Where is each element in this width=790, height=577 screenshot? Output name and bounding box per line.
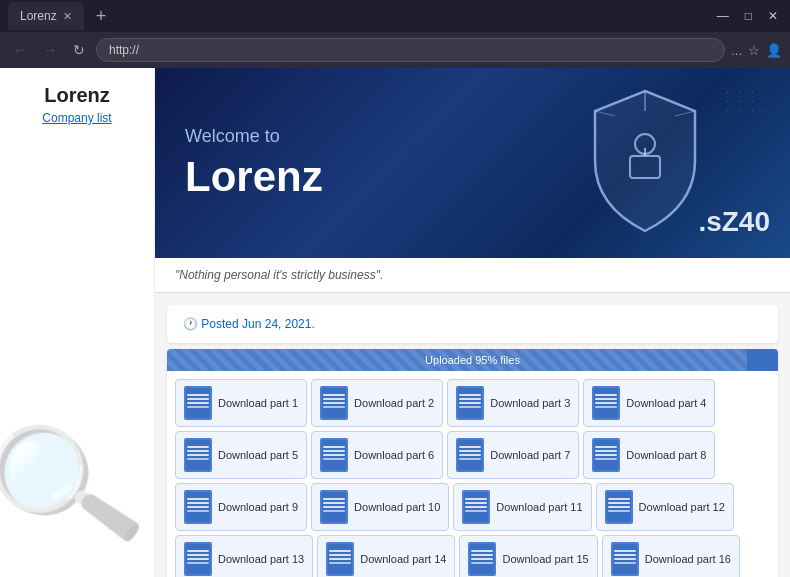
doc-icon [456,438,484,472]
company-list-link[interactable]: Company list [10,111,144,125]
download-label: Download part 11 [496,501,582,513]
hero-welcome: Welcome to [185,126,323,147]
nav-refresh-btn[interactable]: ↻ [68,40,90,60]
download-item[interactable]: Download part 9 [175,483,307,531]
download-label: Download part 16 [645,553,731,565]
download-label: Download part 14 [360,553,446,565]
doc-icon [468,542,496,576]
doc-icon-inner [322,440,346,470]
doc-icon-inner [607,492,631,522]
browser-tab[interactable]: Lorenz ✕ [8,2,84,30]
doc-icon-inner [613,544,637,574]
download-label: Download part 6 [354,449,434,461]
download-item[interactable]: Download part 6 [311,431,443,479]
download-grid: Download part 1 Download part 2 Download… [167,371,778,577]
download-label: Download part 10 [354,501,440,513]
tab-title: Lorenz [20,9,57,23]
doc-icon [592,438,620,472]
doc-icon-inner [186,440,210,470]
doc-icon-inner [322,492,346,522]
doc-icon [320,490,348,524]
quote-text: "Nothing personal it's strictly business… [175,268,383,282]
download-label: Download part 3 [490,397,570,409]
download-label: Download part 15 [502,553,588,565]
doc-icon [326,542,354,576]
info-card: 🕐 Posted Jun 24, 2021. [167,305,778,343]
maximize-btn[interactable]: □ [741,9,756,23]
download-label: Download part 5 [218,449,298,461]
doc-icon [456,386,484,420]
doc-icon [605,490,633,524]
download-item[interactable]: Download part 13 [175,535,313,577]
download-label: Download part 13 [218,553,304,565]
doc-icon [592,386,620,420]
minimize-btn[interactable]: — [713,9,733,23]
download-item[interactable]: Download part 11 [453,483,591,531]
download-label: Download part 8 [626,449,706,461]
bookmark-icon[interactable]: ☆ [748,43,760,58]
doc-icon-inner [464,492,488,522]
download-item[interactable]: Download part 2 [311,379,443,427]
title-bar: Lorenz ✕ + — □ ✕ [0,0,790,32]
download-item[interactable]: Download part 8 [583,431,715,479]
download-label: Download part 7 [490,449,570,461]
page-container: Lorenz Company list 🔍 Welcome to Lorenz [0,68,790,577]
doc-icon [320,386,348,420]
doc-icon-inner [458,440,482,470]
upload-progress-bar: Uploaded 95% files [167,349,778,371]
profile-icon[interactable]: 👤 [766,43,782,58]
progress-label: Uploaded 95% files [425,354,520,366]
browser-chrome: Lorenz ✕ + — □ ✕ ← → ↻ ... ☆ 👤 [0,0,790,68]
download-label: Download part 12 [639,501,725,513]
download-item[interactable]: Download part 14 [317,535,455,577]
tab-close-btn[interactable]: ✕ [63,10,72,23]
doc-icon-inner [458,388,482,418]
close-btn[interactable]: ✕ [764,9,782,23]
more-icon[interactable]: ... [731,43,742,58]
download-item[interactable]: Download part 16 [602,535,740,577]
download-item[interactable]: Download part 1 [175,379,307,427]
hero-banner: Welcome to Lorenz · · · ·· · · ·· · · · … [155,68,790,258]
doc-icon [184,542,212,576]
doc-icon-inner [594,388,618,418]
window-controls: — □ ✕ [713,9,782,23]
download-item[interactable]: Download part 3 [447,379,579,427]
download-item[interactable]: Download part 10 [311,483,449,531]
download-label: Download part 1 [218,397,298,409]
download-label: Download part 9 [218,501,298,513]
hero-shield-icon [580,86,710,240]
url-bar[interactable] [96,38,725,62]
doc-icon [320,438,348,472]
doc-icon-inner [322,388,346,418]
clock-icon: 🕐 [183,317,198,331]
download-label: Download part 4 [626,397,706,409]
posted-date: 🕐 Posted Jun 24, 2021. [183,317,762,331]
download-label: Download part 2 [354,397,434,409]
doc-icon-inner [594,440,618,470]
sidebar-logo: Lorenz [10,84,144,107]
doc-icon-inner [470,544,494,574]
doc-icon [184,490,212,524]
download-section: Uploaded 95% files Download part 1 Downl… [167,349,778,577]
nav-icons: ... ☆ 👤 [731,43,782,58]
main-content: Welcome to Lorenz · · · ·· · · ·· · · · … [155,68,790,577]
doc-icon-inner [186,492,210,522]
quote-section: "Nothing personal it's strictly business… [155,258,790,293]
doc-icon-inner [328,544,352,574]
new-tab-btn[interactable]: + [92,6,111,27]
doc-icon [611,542,639,576]
download-item[interactable]: Download part 7 [447,431,579,479]
doc-icon [462,490,490,524]
hero-title: Lorenz [185,153,323,201]
sidebar-bg-icon: 🔍 [0,404,151,569]
download-item[interactable]: Download part 12 [596,483,734,531]
nav-forward-btn[interactable]: → [38,40,62,60]
hero-text: Welcome to Lorenz [185,126,323,201]
hero-dots-decoration: · · · ·· · · ·· · · · [726,88,770,115]
download-item[interactable]: Download part 5 [175,431,307,479]
download-item[interactable]: Download part 4 [583,379,715,427]
download-item[interactable]: Download part 15 [459,535,597,577]
doc-icon-inner [186,388,210,418]
doc-icon [184,386,212,420]
nav-back-btn[interactable]: ← [8,40,32,60]
